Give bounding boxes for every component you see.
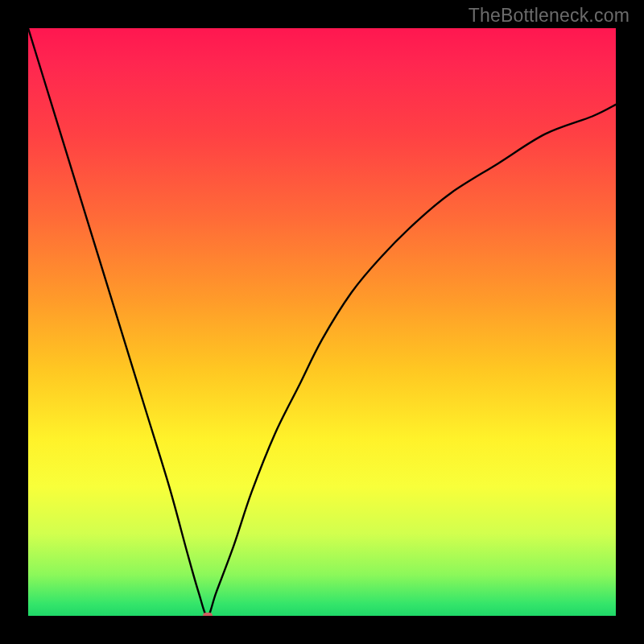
watermark-text: TheBottleneck.com [469,5,630,27]
minimum-marker [203,613,213,616]
bottleneck-curve [28,28,616,616]
chart-frame: TheBottleneck.com [0,0,644,644]
plot-area [28,28,616,616]
